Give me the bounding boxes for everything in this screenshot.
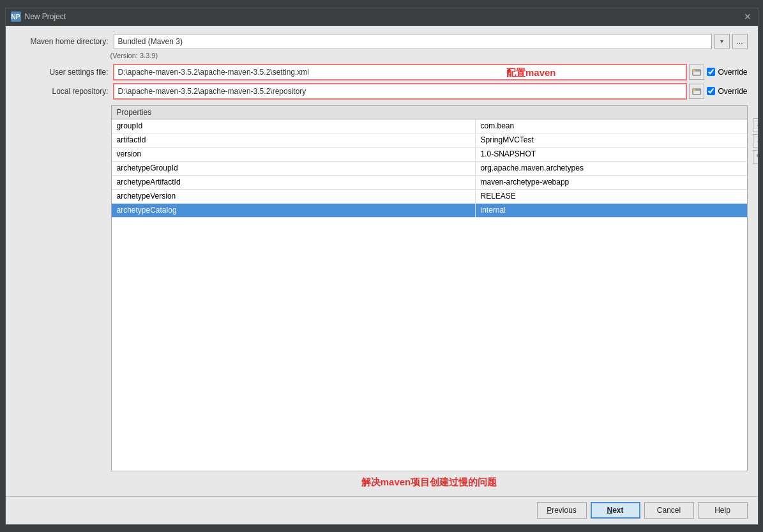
- prop-name-cell: archetypeGroupId: [112, 162, 476, 175]
- maven-home-input-wrapper: ▾ …: [114, 34, 748, 49]
- user-settings-input-wrapper: Override: [114, 65, 748, 80]
- user-settings-container: User settings file: Override: [16, 65, 748, 80]
- maven-home-dropdown[interactable]: ▾: [714, 34, 730, 49]
- previous-label: Previous: [547, 506, 577, 515]
- table-row[interactable]: archetypeGroupIdorg.apache.maven.archety…: [112, 162, 747, 176]
- prop-value-cell: 1.0-SNAPSHOT: [476, 148, 747, 161]
- properties-container: Properties groupIdcom.beanartifactIdSpri…: [16, 105, 748, 489]
- close-button[interactable]: ✕: [743, 11, 753, 22]
- prop-name-cell: groupId: [112, 119, 476, 133]
- user-settings-label: User settings file:: [16, 68, 109, 77]
- user-settings-browse[interactable]: [689, 65, 704, 80]
- local-repo-override[interactable]: Override: [707, 87, 747, 96]
- prop-name-cell: artifactId: [112, 133, 476, 147]
- title-bar: NP New Project ✕: [6, 8, 758, 26]
- user-settings-override-label: Override: [718, 68, 747, 77]
- help-button[interactable]: Help: [698, 502, 748, 519]
- side-buttons: + − ✎: [753, 118, 758, 164]
- table-row[interactable]: archetypeVersionRELEASE: [112, 190, 747, 204]
- edit-property-button[interactable]: ✎: [753, 150, 758, 164]
- prop-value-cell: com.bean: [476, 119, 747, 133]
- dialog-body: Maven home directory: ▾ … (Version: 3.3.…: [6, 26, 758, 496]
- properties-main: Properties groupIdcom.beanartifactIdSpri…: [111, 105, 748, 489]
- user-settings-override[interactable]: Override: [707, 68, 747, 77]
- next-button[interactable]: Next: [591, 502, 640, 519]
- properties-header: Properties: [112, 106, 747, 119]
- dialog-title: New Project: [25, 12, 739, 21]
- prop-value-cell: maven-archetype-webapp: [476, 176, 747, 189]
- table-row[interactable]: archetypeCataloginternal: [112, 204, 747, 218]
- user-settings-override-checkbox[interactable]: [707, 68, 715, 76]
- remove-property-button[interactable]: −: [753, 134, 758, 148]
- table-row[interactable]: version1.0-SNAPSHOT: [112, 148, 747, 162]
- new-project-dialog: NP New Project ✕ Maven home directory: ▾…: [5, 8, 759, 525]
- local-repo-browse[interactable]: [689, 84, 704, 99]
- prop-value-cell: SpringMVCTest: [476, 133, 747, 147]
- annotation-maven-config: 配置maven: [506, 67, 556, 79]
- prop-name-cell: version: [112, 148, 476, 161]
- local-repo-input-wrapper: Override: [114, 84, 748, 99]
- properties-spacer: [16, 105, 109, 489]
- prop-name-cell: archetypeVersion: [112, 190, 476, 203]
- cancel-label: Cancel: [657, 506, 681, 515]
- maven-home-label: Maven home directory:: [16, 37, 109, 46]
- maven-home-row: Maven home directory: ▾ …: [16, 34, 748, 49]
- prop-name-cell: archetypeCatalog: [112, 204, 476, 217]
- local-repo-container: Local repository: Override 配置maven: [16, 84, 748, 99]
- properties-section: Properties groupIdcom.beanartifactIdSpri…: [111, 105, 748, 471]
- cancel-button[interactable]: Cancel: [644, 502, 694, 519]
- table-row[interactable]: archetypeArtifactIdmaven-archetype-webap…: [112, 176, 747, 190]
- local-repo-row: Local repository: Override: [16, 84, 748, 99]
- local-repo-label: Local repository:: [16, 87, 109, 96]
- maven-version-text: (Version: 3.3.9): [110, 52, 748, 59]
- maven-home-input[interactable]: [114, 34, 712, 49]
- previous-button[interactable]: Previous: [537, 502, 587, 519]
- local-repo-override-checkbox[interactable]: [707, 87, 715, 95]
- dialog-icon: NP: [11, 11, 21, 22]
- table-row[interactable]: groupIdcom.bean: [112, 119, 747, 133]
- prop-name-cell: archetypeArtifactId: [112, 176, 476, 189]
- user-settings-row: User settings file: Override: [16, 65, 748, 80]
- next-label: Next: [607, 506, 623, 515]
- prop-value-cell: org.apache.maven.archetypes: [476, 162, 747, 175]
- prop-value-cell: internal: [476, 204, 747, 217]
- prop-value-cell: RELEASE: [476, 190, 747, 203]
- help-label: Help: [714, 506, 730, 515]
- user-settings-input[interactable]: [114, 65, 687, 80]
- properties-table: groupIdcom.beanartifactIdSpringMVCTestve…: [112, 119, 747, 471]
- dialog-footer: Previous Next Cancel Help: [6, 496, 758, 524]
- table-row[interactable]: artifactIdSpringMVCTest: [112, 133, 747, 148]
- annotation-slow-build: 解决maven项目创建过慢的问题: [111, 476, 748, 489]
- local-repo-override-label: Override: [718, 87, 747, 96]
- add-property-button[interactable]: +: [753, 118, 758, 132]
- maven-home-browse[interactable]: …: [732, 34, 748, 49]
- local-repo-input[interactable]: [114, 84, 687, 99]
